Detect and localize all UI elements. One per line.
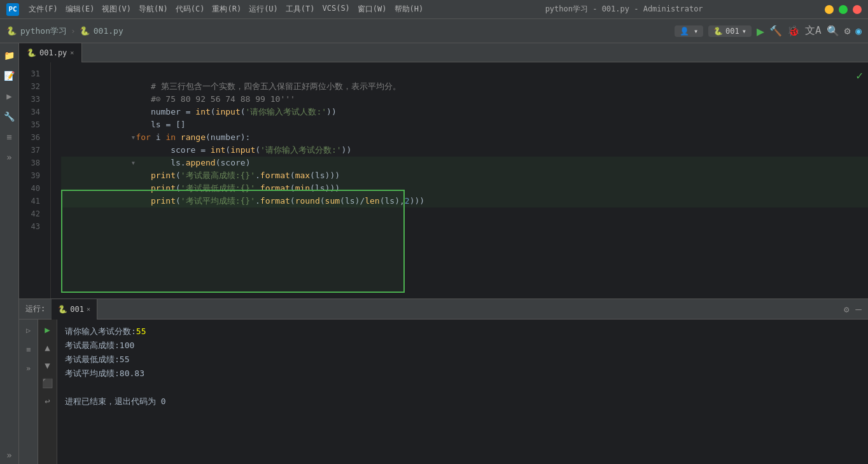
line-num-36: 36 [19,131,45,144]
line-num-42: 42 [19,207,45,220]
nav-right: 👤 ▾ 🐍 001 ▾ ▶ 🔨 🐞 文A 🔍 ⚙ ◉ [675,24,862,39]
terminal-line-3: 考试最低成绩:55 [65,353,860,367]
terminal-blank [65,381,860,395]
sidebar-bottom-more-icon[interactable]: » [1,446,18,464]
menu-navigate[interactable]: 导航(N) [139,4,168,15]
tab-close-button[interactable]: ✕ [70,49,74,56]
window-controls [825,5,862,14]
branch-badge[interactable]: 🐍 001 ▾ [708,25,752,37]
menu-run[interactable]: 运行(U) [249,4,278,15]
tab-file-icon: 🐍 [27,48,36,57]
minimize-button[interactable] [825,5,834,14]
title-bar: PC 文件(F) 编辑(E) 视图(V) 导航(N) 代码(C) 重构(R) 运… [0,0,868,19]
run-controls: ▶ ▲ ▼ ⬛ ↩ [38,320,57,464]
menu-view[interactable]: 视图(V) [102,4,131,15]
sidebar-tool-icon[interactable]: 🔧 [1,108,18,125]
sidebar-structure-icon[interactable]: ≡ [1,128,18,146]
window-title: python学习 - 001.py - Administrator [545,4,703,15]
editor-area[interactable]: 31 32 33 34 35 36 37 38 39 40 41 42 43 [19,62,868,299]
run-sidebar-icon3[interactable]: » [21,361,36,376]
file-tab[interactable]: 🐍 001.py ✕ [19,43,82,62]
run-scroll-up-button[interactable]: ▲ [41,341,55,355]
tab-bar: 🐍 001.py ✕ [19,43,868,62]
panel-header: 运行: 🐍 001 ✕ ⚙ — [19,299,868,320]
breadcrumb-file[interactable]: 001.py [94,26,123,36]
line-num-41: 41 [19,195,45,207]
editor-content: 31 32 33 34 35 36 37 38 39 40 41 42 43 [19,62,868,299]
run-tab-name: 001 [70,305,84,314]
menu-bar: 文件(F) 编辑(E) 视图(V) 导航(N) 代码(C) 重构(R) 运行(U… [29,4,423,15]
line-numbers: 31 32 33 34 35 36 37 38 39 40 41 42 43 [19,62,51,299]
run-panel-body: ▷ ≡ » ▶ ▲ ▼ ⬛ ↩ 请你输入考试分 [19,320,868,464]
run-button[interactable]: ▶ [757,24,764,39]
nav-bar: 🐍 python学习 › 🐍 001.py 👤 ▾ 🐍 001 ▾ ▶ 🔨 🐞 … [0,19,868,43]
line-num-37: 37 [19,144,45,157]
code-line-31: # 第三行包含一个实数，四舍五入保留正好两位小数，表示平均分。 [61,67,868,80]
close-button[interactable] [853,5,862,14]
user-badge[interactable]: 👤 ▾ [675,25,703,37]
menu-refactor[interactable]: 重构(R) [212,4,241,15]
terminal-output[interactable]: 请你输入考试分数:55 考试最高成绩:100 考试最低成绩:55 考试平均成绩:… [57,320,868,464]
menu-edit[interactable]: 编辑(E) [66,4,95,15]
run-stop-button[interactable]: ⬛ [41,376,55,390]
translate-icon[interactable]: 文A [805,24,822,38]
run-scroll-down-button[interactable]: ▼ [41,358,55,372]
build-icon[interactable]: 🔨 [769,25,782,37]
line-num-38: 38 [19,157,45,169]
debug-icon[interactable]: 🐞 [787,25,800,37]
code-lines[interactable]: # 第三行包含一个实数，四舍五入保留正好两位小数，表示平均分。 #⊙ 75 80… [51,62,868,299]
bottom-panel: 运行: 🐍 001 ✕ ⚙ — ▷ ≡ » [19,299,868,464]
run-sidebar-icon[interactable]: ▷ [21,323,36,338]
terminal-line-1: 请你输入考试分数:55 [65,325,860,339]
run-tab-close[interactable]: ✕ [87,306,90,313]
breadcrumb-project[interactable]: python学习 [20,25,67,37]
app-icon: PC [6,3,19,16]
menu-file[interactable]: 文件(F) [29,4,58,15]
breadcrumb-separator: › [71,26,76,36]
panel-title: 运行: [25,304,45,314]
content-area: 🐍 001.py ✕ 31 32 33 34 35 36 37 [19,43,868,464]
run-play-button[interactable]: ▶ [41,323,55,337]
code-line-43 [61,220,868,233]
run-tab-icon: 🐍 [58,305,67,314]
breadcrumb: 🐍 python学习 › 🐍 001.py [6,25,123,37]
sidebar-more-icon[interactable]: » [1,148,18,166]
line-num-34: 34 [19,106,45,118]
title-bar-left: PC 文件(F) 编辑(E) 视图(V) 导航(N) 代码(C) 重构(R) 运… [6,3,423,16]
run-wrap-button[interactable]: ↩ [41,394,55,408]
menu-window[interactable]: 窗口(W) [358,4,387,15]
run-sidebar: ▷ ≡ » [19,320,38,464]
menu-code[interactable]: 代码(C) [176,4,205,15]
code-line-42 [61,207,868,220]
run-sidebar-icon2[interactable]: ≡ [21,342,36,357]
terminal-line-4: 考试平均成绩:80.83 [65,367,860,381]
sidebar-project-icon[interactable]: 📁 [1,46,18,64]
branch-name: 001 [725,27,739,36]
line-num-43: 43 [19,220,45,233]
menu-tools[interactable]: 工具(T) [286,4,315,15]
maximize-button[interactable] [839,5,848,14]
terminal-line-2: 考试最高成绩:100 [65,339,860,353]
tab-filename: 001.py [39,48,67,57]
search-icon[interactable]: 🔍 [827,25,839,37]
panel-minimize-icon[interactable]: — [855,303,862,315]
sidebar-commit-icon[interactable]: 📝 [1,67,18,85]
line-num-33: 33 [19,93,45,106]
run-tab[interactable]: 🐍 001 ✕ [52,299,97,320]
settings-icon[interactable]: ⚙ [844,25,851,37]
line-num-39: 39 [19,169,45,182]
sidebar-run-icon[interactable]: ▶ [1,87,18,105]
pycharm-icon[interactable]: ◉ [855,25,862,37]
line-num-31: 31 [19,67,45,80]
validation-checkmark: ✓ [856,69,863,82]
terminal-exit: 进程已结束，退出代码为 0 [65,395,860,409]
menu-help[interactable]: 帮助(H) [395,4,424,15]
line-num-32: 32 [19,80,45,93]
breadcrumb-project-icon: 🐍 [6,26,17,36]
menu-vcs[interactable]: VCS(S) [323,4,350,15]
line-num-35: 35 [19,118,45,131]
line-num-40: 40 [19,182,45,195]
panel-settings-icon[interactable]: ⚙ [844,304,849,314]
left-sidebar: 📁 📝 ▶ 🔧 ≡ » » [0,43,19,464]
main-container: 📁 📝 ▶ 🔧 ≡ » » 🐍 001.py ✕ 31 [0,43,868,464]
